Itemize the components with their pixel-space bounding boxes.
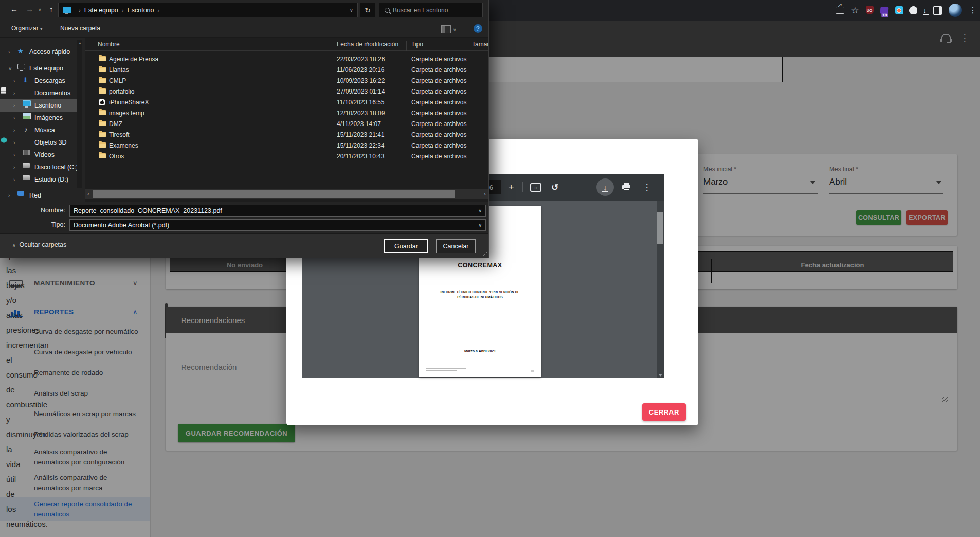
column-tipo[interactable]: Tipo: [411, 41, 423, 48]
nueva-carpeta-button[interactable]: Nueva carpeta: [60, 25, 100, 32]
dropdown-chevron-icon[interactable]: ∨: [478, 208, 482, 213]
breadcrumb[interactable]: › Este equipo › Escritorio › ∨: [58, 3, 358, 17]
computer-icon: [17, 64, 25, 69]
up-arrow-icon[interactable]: ↑: [49, 5, 53, 13]
file-row[interactable]: images temp12/10/2023 18:09Carpeta de ar…: [85, 108, 488, 119]
ublock-extension-icon[interactable]: UO: [866, 6, 874, 14]
resize-grip[interactable]: [483, 252, 487, 256]
folder-icon: [99, 88, 106, 94]
view-mode-chevron-icon[interactable]: ∨: [453, 27, 457, 32]
extension-badge-count: 18: [881, 13, 888, 17]
horizontal-scrollbar[interactable]: ‹ ›: [85, 189, 488, 199]
folder-icon: [99, 153, 106, 158]
folder-icon: [99, 142, 106, 148]
profile-avatar[interactable]: [949, 4, 962, 17]
breadcrumb-escritorio[interactable]: Escritorio: [127, 7, 154, 14]
fit-width-icon[interactable]: ↔: [529, 174, 543, 201]
guardar-button[interactable]: Guardar: [384, 239, 428, 253]
column-nombre[interactable]: Nombre: [98, 41, 120, 48]
horizontal-scrollbar-thumb[interactable]: [93, 190, 455, 198]
toolbar-divider: [522, 182, 523, 192]
column-fecha[interactable]: Fecha de modificación: [337, 41, 398, 48]
videos-icon: [23, 150, 30, 155]
tree-item-descargas[interactable]: ›Descargas: [0, 75, 78, 87]
history-chevron-icon[interactable]: ∨: [38, 7, 42, 12]
breadcrumb-este-equipo[interactable]: Este equipo: [84, 7, 118, 14]
print-icon[interactable]: [619, 174, 633, 201]
tree-item-disco-c[interactable]: ›Disco local (C:): [0, 161, 78, 173]
desktop-icon: [23, 100, 31, 106]
file-row[interactable]: DMZ4/11/2023 14:07Carpeta de archivos: [85, 119, 488, 130]
document-footer: [426, 368, 467, 372]
network-icon: [17, 191, 24, 196]
downloads-icon[interactable]: ↓: [923, 7, 927, 14]
refresh-icon[interactable]: ↻: [360, 3, 375, 17]
hide-folders-toggle[interactable]: ∧Ocultar carpetas: [12, 241, 66, 248]
tree-item-estudio-d[interactable]: ›Estudio (D:): [0, 173, 78, 186]
tree-scrollbar[interactable]: ▲: [77, 40, 82, 188]
file-row[interactable]: portafolio27/09/2023 01:14Carpeta de arc…: [85, 86, 488, 97]
file-row[interactable]: Agente de Prensa22/03/2023 18:26Carpeta …: [85, 54, 488, 65]
extension-badge-icon[interactable]: 18: [880, 7, 888, 14]
search-input[interactable]: Buscar en Escritorio: [379, 3, 483, 17]
pdf-menu-icon[interactable]: ⋮: [641, 174, 653, 201]
pdf-scrollbar-thumb[interactable]: [657, 212, 663, 244]
bookmark-star-icon[interactable]: [851, 6, 859, 15]
file-list: Nombre ∧ Fecha de modificación Tipo Tama…: [85, 38, 488, 202]
pdf-scrollbar[interactable]: [657, 201, 664, 378]
file-row[interactable]: CMLP10/09/2023 16:22Carpeta de archivos: [85, 76, 488, 86]
file-list-header: Nombre ∧ Fecha de modificación Tipo Tama…: [85, 38, 488, 51]
tree-item-este-equipo[interactable]: ∨Este equipo: [0, 62, 78, 75]
back-arrow-icon[interactable]: ←: [10, 5, 18, 13]
music-icon: [23, 127, 31, 134]
column-tamano[interactable]: Tamaño: [472, 41, 488, 48]
documents-icon: [1, 87, 6, 94]
tree-item-musica[interactable]: ›Música: [0, 124, 78, 136]
folder-icon: [99, 56, 106, 61]
browser-menu-icon[interactable]: [969, 6, 977, 14]
scroll-down-arrow-icon[interactable]: [658, 374, 662, 377]
tree-item-red[interactable]: ›Red: [0, 189, 78, 202]
desktop-icon: [63, 7, 71, 13]
file-row[interactable]: iPhoneShareX11/10/2023 16:55Carpeta de a…: [85, 97, 488, 108]
filename-row: Nombre: Reporte_consolidado_CONCREMAX_20…: [0, 205, 488, 217]
document-title: INFORME TÉCNICO CONTROL Y PREVENCIÓN DE …: [431, 290, 529, 299]
tree-item-videos[interactable]: ›Vídeos: [0, 149, 78, 161]
filename-input[interactable]: Reporte_consolidado_CONCREMAX_20231123.p…: [69, 205, 486, 217]
filetype-select[interactable]: Documento Adobe Acrobat (*.pdf) ∨: [69, 219, 486, 231]
search-icon: [385, 8, 390, 13]
forward-arrow-icon[interactable]: →: [26, 5, 33, 13]
help-icon[interactable]: ?: [474, 24, 482, 33]
folder-tree: ›Acceso rápido ∨Este equipo ›Descargas ›…: [0, 38, 82, 202]
tree-item-escritorio[interactable]: ›Escritorio: [0, 99, 78, 112]
file-row[interactable]: Llantas11/06/2023 20:16Carpeta de archiv…: [85, 65, 488, 76]
recorder-extension-icon[interactable]: [895, 6, 903, 14]
dropdown-chevron-icon[interactable]: ∨: [478, 223, 482, 228]
organizar-menu[interactable]: Organizar ▾: [11, 25, 43, 32]
tree-item-imagenes[interactable]: ›Imágenes: [0, 112, 78, 124]
tree-item-documentos[interactable]: ›Documentos: [0, 87, 78, 99]
document-page-number: [531, 370, 534, 372]
tree-item-acceso-rapido[interactable]: ›Acceso rápido: [0, 46, 78, 58]
quick-access-icon: [17, 48, 26, 56]
folder-icon: [99, 67, 106, 72]
downloads-folder-icon: [23, 77, 31, 84]
share-icon[interactable]: [836, 7, 844, 14]
cancelar-button[interactable]: Cancelar: [436, 239, 476, 253]
side-panel-icon[interactable]: [933, 6, 942, 15]
scroll-left-arrow-icon[interactable]: ‹: [87, 191, 89, 197]
cerrar-button[interactable]: CERRAR: [642, 403, 686, 421]
tree-item-objetos-3d[interactable]: ›Objetos 3D: [0, 136, 78, 149]
address-dropdown-icon[interactable]: ∨: [350, 7, 353, 13]
file-row[interactable]: Tiresoft15/11/2023 21:41Carpeta de archi…: [85, 130, 488, 140]
drive-icon: [23, 163, 30, 168]
download-icon[interactable]: ↓: [596, 178, 614, 196]
file-row[interactable]: Otros20/11/2023 10:43Carpeta de archivos: [85, 151, 488, 162]
view-mode-icon[interactable]: [441, 25, 451, 33]
file-row[interactable]: Examenes15/11/2023 22:34Carpeta de archi…: [85, 140, 488, 151]
zoom-in-icon[interactable]: +: [505, 174, 517, 201]
extensions-puzzle-icon[interactable]: [910, 7, 917, 14]
scroll-right-arrow-icon[interactable]: ›: [484, 191, 486, 197]
rotate-icon[interactable]: ↺: [548, 174, 561, 201]
drive-icon: [23, 175, 30, 180]
